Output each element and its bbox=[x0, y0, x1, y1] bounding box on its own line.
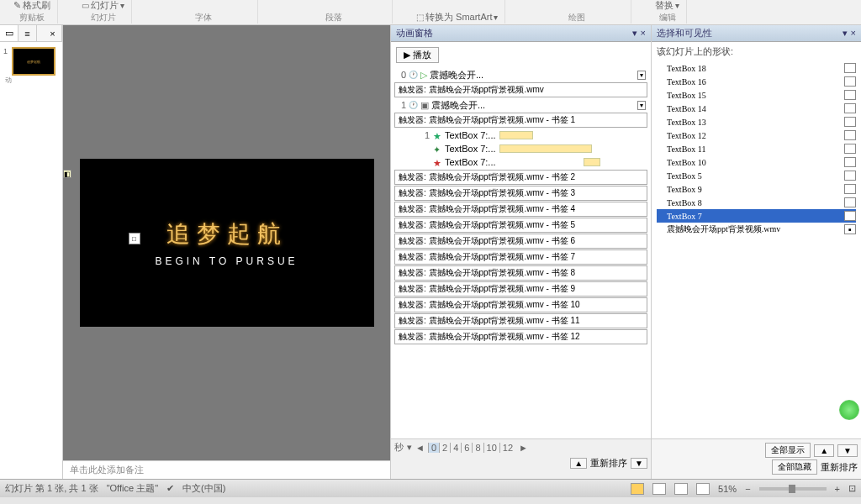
reading-view-button[interactable] bbox=[674, 483, 688, 495]
animation-item[interactable]: 0 🕐 ▷ 震撼晚会开... ▾ bbox=[394, 68, 647, 81]
ruler-marker[interactable]: ◧ bbox=[63, 170, 71, 178]
pane-dropdown-icon[interactable]: ▾ bbox=[632, 28, 637, 39]
shape-list-item[interactable]: TextBox 14 bbox=[657, 102, 856, 115]
zoom-in-button[interactable]: + bbox=[835, 484, 840, 494]
duration-bar bbox=[499, 144, 592, 153]
visibility-toggle[interactable] bbox=[844, 130, 856, 140]
sub-animation-item[interactable]: TextBox 7:... bbox=[394, 155, 647, 169]
shape-list-item[interactable]: TextBox 16 bbox=[657, 75, 856, 88]
dropdown-icon[interactable]: ▾ bbox=[637, 71, 646, 80]
shape-list-item[interactable]: TextBox 7▪ bbox=[657, 209, 856, 223]
visibility-toggle[interactable] bbox=[844, 103, 856, 113]
trigger-row[interactable]: 触发器: 震撼晚会开场ppt背景视频.wmv - 书签 6 bbox=[394, 234, 647, 249]
normal-view-button[interactable] bbox=[631, 483, 644, 495]
visibility-toggle[interactable]: ▪ bbox=[844, 211, 856, 221]
slide-subtitle-text: BEGIN TO PURSUE bbox=[155, 255, 298, 267]
slide-count-label: 幻灯片 第 1 张, 共 1 张 bbox=[5, 482, 98, 495]
trigger-row[interactable]: 触发器: 震撼晚会开场ppt背景视频.wmv - 书签 5 bbox=[394, 218, 647, 233]
visibility-toggle[interactable] bbox=[844, 157, 856, 167]
visibility-toggle[interactable] bbox=[844, 197, 856, 207]
trigger-row[interactable]: 触发器: 震撼晚会开场ppt背景视频.wmv - 书签 3 bbox=[394, 186, 647, 201]
slide-thumbnail[interactable]: 1 追梦起航 动 bbox=[3, 47, 59, 85]
trigger-row[interactable]: 触发器: 震撼晚会开场ppt背景视频.wmv - 书签 7 bbox=[394, 249, 647, 265]
shape-list-item[interactable]: TextBox 13 bbox=[657, 115, 856, 129]
move-up-button[interactable]: ▲ bbox=[570, 458, 587, 469]
visibility-toggle[interactable] bbox=[844, 76, 856, 87]
trigger-row[interactable]: 触发器: 震撼晚会开场ppt背景视频.wmv - 书签 2 bbox=[394, 170, 647, 185]
play-button[interactable]: ▶ 播放 bbox=[396, 47, 439, 63]
format-painter-button[interactable]: ✎格式刷 bbox=[13, 0, 50, 12]
clipboard-group-label: 剪贴板 bbox=[19, 12, 45, 24]
sel-reorder-label: 重新排序 bbox=[821, 461, 858, 474]
shape-list-item[interactable]: TextBox 18 bbox=[657, 61, 856, 75]
pane-close-icon[interactable]: × bbox=[851, 28, 856, 39]
media-badge-icon[interactable]: □ bbox=[129, 233, 140, 244]
trigger-row[interactable]: 触发器: 震撼晚会开场ppt背景视频.wmv - 书签 10 bbox=[394, 297, 647, 312]
language-label[interactable]: 中文(中国) bbox=[182, 482, 225, 495]
hide-all-button[interactable]: 全部隐藏 bbox=[772, 459, 817, 475]
notes-placeholder: 单击此处添加备注 bbox=[70, 465, 144, 475]
font-group-label: 字体 bbox=[195, 12, 212, 24]
slide-canvas[interactable]: □ 追梦起航 BEGIN TO PURSUE bbox=[63, 25, 390, 460]
visibility-toggle[interactable]: ▪ bbox=[844, 224, 856, 234]
trigger-row[interactable]: 触发器: 震撼晚会开场ppt背景视频.wmv - 书签 9 bbox=[394, 281, 647, 297]
zoom-level-label[interactable]: 51% bbox=[718, 484, 737, 494]
help-fab-button[interactable] bbox=[839, 400, 859, 420]
thumbnail-tab-outline[interactable]: ≡ bbox=[18, 25, 37, 41]
timeline-tick[interactable]: 2 bbox=[439, 443, 450, 453]
visibility-toggle[interactable] bbox=[844, 63, 856, 73]
timeline-tick[interactable]: 8 bbox=[472, 443, 483, 453]
trigger-row[interactable]: 触发器: 震撼晚会开场ppt背景视频.wmv - 书签 4 bbox=[394, 202, 647, 217]
shape-list-item[interactable]: TextBox 12 bbox=[657, 129, 856, 142]
timeline-tick[interactable]: 4 bbox=[450, 443, 461, 453]
selection-pane: 选择和可见性 ▾× 该幻灯片上的形状: TextBox 18TextBox 16… bbox=[651, 25, 861, 479]
visibility-toggle[interactable] bbox=[844, 117, 856, 127]
thumbnail-close-button[interactable]: × bbox=[44, 25, 62, 41]
trigger-row[interactable]: 触发器: 震撼晚会开场ppt背景视频.wmv - 书签 1 bbox=[394, 113, 647, 128]
dropdown-icon[interactable]: ▾ bbox=[637, 101, 646, 110]
zoom-out-button[interactable]: − bbox=[745, 484, 750, 494]
move-down-button[interactable]: ▼ bbox=[631, 458, 647, 469]
shape-list-item[interactable]: TextBox 10 bbox=[657, 155, 856, 169]
slide-layout-button[interactable]: ▭ 幻灯片▾ bbox=[82, 0, 124, 12]
sub-animation-item[interactable]: TextBox 7:... bbox=[394, 142, 647, 155]
timeline-ruler[interactable]: 秒▾ ◄ 024681012 ► bbox=[394, 441, 647, 454]
thumbnail-tab-slides[interactable]: ▭ bbox=[0, 25, 18, 41]
replace-button[interactable]: 替换▾ bbox=[655, 0, 679, 12]
sel-move-up-button[interactable]: ▲ bbox=[814, 444, 834, 457]
fit-window-button[interactable]: ⊡ bbox=[848, 483, 856, 494]
spellcheck-icon[interactable]: ✔ bbox=[166, 483, 174, 494]
shape-list-item[interactable]: TextBox 8 bbox=[657, 196, 856, 209]
reorder-label: 重新排序 bbox=[590, 457, 627, 470]
trigger-row[interactable]: 触发器: 震撼晚会开场ppt背景视频.wmv bbox=[394, 82, 647, 97]
slideshow-view-button[interactable] bbox=[696, 483, 710, 495]
timeline-tick[interactable]: 10 bbox=[483, 443, 499, 453]
timeline-tick[interactable]: 6 bbox=[461, 443, 472, 453]
shape-list-item[interactable]: TextBox 5 bbox=[657, 169, 856, 182]
sorter-view-button[interactable] bbox=[652, 483, 666, 495]
visibility-toggle[interactable] bbox=[844, 144, 856, 154]
shape-list-item[interactable]: TextBox 9 bbox=[657, 182, 856, 196]
smartart-button[interactable]: ⬚ 转换为 SmartArt▾ bbox=[416, 11, 498, 24]
sel-move-down-button[interactable]: ▼ bbox=[837, 444, 858, 457]
shape-list-item[interactable]: 震撼晚会开场ppt背景视频.wmv▪ bbox=[657, 223, 856, 236]
slide-title-text: 追梦起航 bbox=[166, 218, 288, 250]
show-all-button[interactable]: 全部显示 bbox=[765, 443, 811, 458]
visibility-toggle[interactable] bbox=[844, 171, 856, 181]
trigger-row[interactable]: 触发器: 震撼晚会开场ppt背景视频.wmv - 书签 8 bbox=[394, 265, 647, 281]
zoom-slider[interactable] bbox=[759, 487, 827, 491]
animation-item[interactable]: 1 🕐 ▣ 震撼晚会开... ▾ bbox=[394, 98, 647, 112]
shape-list-item[interactable]: TextBox 11 bbox=[657, 142, 856, 155]
visibility-toggle[interactable] bbox=[844, 90, 856, 100]
trigger-row[interactable]: 触发器: 震撼晚会开场ppt背景视频.wmv - 书签 11 bbox=[394, 313, 647, 328]
pane-close-icon[interactable]: × bbox=[641, 28, 646, 39]
pane-dropdown-icon[interactable]: ▾ bbox=[843, 28, 848, 39]
timeline-tick[interactable]: 12 bbox=[499, 443, 515, 453]
visibility-toggle[interactable] bbox=[844, 184, 856, 194]
shape-list-item[interactable]: TextBox 15 bbox=[657, 88, 856, 102]
trigger-row[interactable]: 触发器: 震撼晚会开场ppt背景视频.wmv - 书签 12 bbox=[394, 329, 647, 344]
timeline-tick[interactable]: 0 bbox=[428, 443, 439, 453]
sub-animation-item[interactable]: 1TextBox 7:... bbox=[394, 129, 647, 142]
slide-edit-area: ◧ □ 追梦起航 BEGIN TO PURSUE 单击此处添加备注 bbox=[63, 25, 390, 479]
notes-area[interactable]: 单击此处添加备注 bbox=[63, 460, 390, 479]
